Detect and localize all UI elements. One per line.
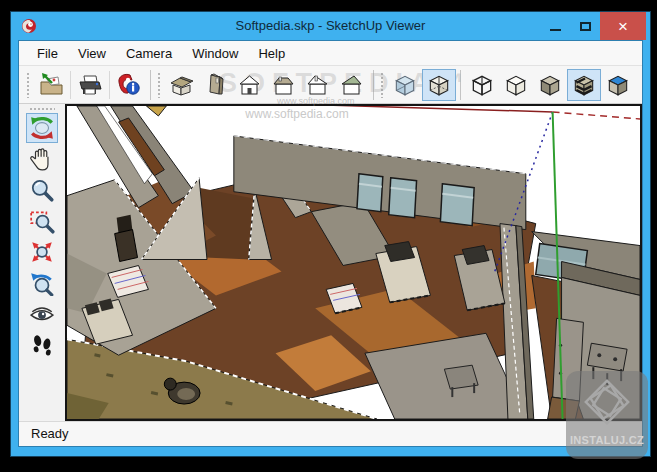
top-view-button[interactable] (199, 69, 233, 101)
zoom-icon (29, 177, 55, 203)
about-button[interactable] (112, 69, 146, 101)
toolbar-grip (26, 72, 30, 98)
status-bar: Ready (19, 421, 642, 446)
pan-tool-button[interactable] (26, 144, 58, 174)
textured-style-button[interactable] (567, 69, 601, 101)
zoom-extents-icon (29, 239, 55, 265)
look-around-eye-icon (29, 301, 55, 327)
xray-style-button[interactable] (388, 69, 422, 101)
cube-monochrome-icon (605, 72, 631, 98)
cube-wireframe-icon (469, 72, 495, 98)
title-bar[interactable]: Softpedia.skp - SketchUp Viewer × (11, 12, 650, 40)
zoom-window-icon (29, 208, 55, 234)
sketchup-logo-icon (20, 17, 38, 35)
menu-view[interactable]: View (68, 41, 116, 66)
house-iso-icon (169, 73, 195, 97)
model-viewport[interactable]: www.softpedia.com (65, 104, 642, 421)
house-front-icon (237, 73, 263, 97)
previous-view-tool-button[interactable] (26, 268, 58, 298)
x-axis-solid (325, 106, 552, 112)
walk-tool-button[interactable] (26, 330, 58, 360)
look-around-tool-button[interactable] (26, 299, 58, 329)
wireframe-style-button[interactable] (465, 69, 499, 101)
printer-icon (77, 73, 103, 97)
open-button[interactable] (34, 69, 68, 101)
pan-hand-icon (29, 146, 55, 172)
zoom-window-tool-button[interactable] (26, 206, 58, 236)
hidden-line-style-button[interactable] (499, 69, 533, 101)
zoom-extents-tool-button[interactable] (26, 237, 58, 267)
x-axis-dashed (553, 112, 640, 119)
toolbar-grip (157, 72, 161, 98)
house-top-icon (203, 73, 229, 97)
iso-view-button[interactable] (165, 69, 199, 101)
menu-window[interactable]: Window (182, 41, 248, 66)
menu-help[interactable]: Help (248, 41, 295, 66)
zoom-tool-button[interactable] (26, 175, 58, 205)
menu-bar: File View Camera Window Help (19, 41, 642, 66)
right-view-button[interactable] (335, 69, 369, 101)
menu-camera[interactable]: Camera (116, 41, 182, 66)
back-edges-style-button[interactable] (422, 69, 456, 101)
previous-view-icon (29, 270, 55, 296)
cube-back-edges-icon (426, 72, 452, 98)
cube-shaded-icon (537, 72, 563, 98)
cube-hidden-line-icon (503, 72, 529, 98)
instaluj-diamonds-icon (578, 371, 636, 433)
instaluj-watermark-text: INSTALUJ.CZ (570, 434, 644, 446)
sidebar-grip (29, 107, 55, 111)
minimize-icon (550, 29, 561, 31)
instaluj-watermark-badge: INSTALUJ.CZ (566, 371, 648, 459)
sketchup-info-icon (116, 73, 142, 97)
front-view-button[interactable] (233, 69, 267, 101)
maximize-button[interactable] (570, 12, 600, 40)
client-area: File View Camera Window Help SOFTPEDIA™ … (18, 40, 643, 447)
close-icon: × (618, 18, 628, 35)
house-back-icon (271, 73, 297, 97)
back-view-button[interactable] (267, 69, 301, 101)
camera-tool-sidebar (19, 104, 65, 421)
orbit-icon (29, 115, 55, 141)
orbit-tool-button[interactable] (26, 113, 58, 143)
print-button[interactable] (73, 69, 107, 101)
toolbar: SOFTPEDIA™ www.softpedia.com (19, 66, 642, 104)
main-area: www.softpedia.com (19, 104, 642, 421)
house-right-icon (339, 73, 365, 97)
app-window: Softpedia.skp - SketchUp Viewer × File V… (10, 11, 651, 457)
3d-scene (67, 106, 640, 419)
close-button[interactable]: × (600, 12, 646, 40)
cube-xray-icon (392, 72, 418, 98)
left-view-button[interactable] (301, 69, 335, 101)
maximize-icon (580, 22, 591, 31)
house-left-icon (305, 73, 331, 97)
open-folder-icon (38, 73, 64, 97)
shaded-style-button[interactable] (533, 69, 567, 101)
walk-footprints-icon (29, 332, 55, 358)
cube-textured-icon (571, 72, 597, 98)
status-text: Ready (31, 426, 69, 441)
monochrome-style-button[interactable] (601, 69, 635, 101)
menu-file[interactable]: File (27, 41, 68, 66)
minimize-button[interactable] (540, 12, 570, 40)
